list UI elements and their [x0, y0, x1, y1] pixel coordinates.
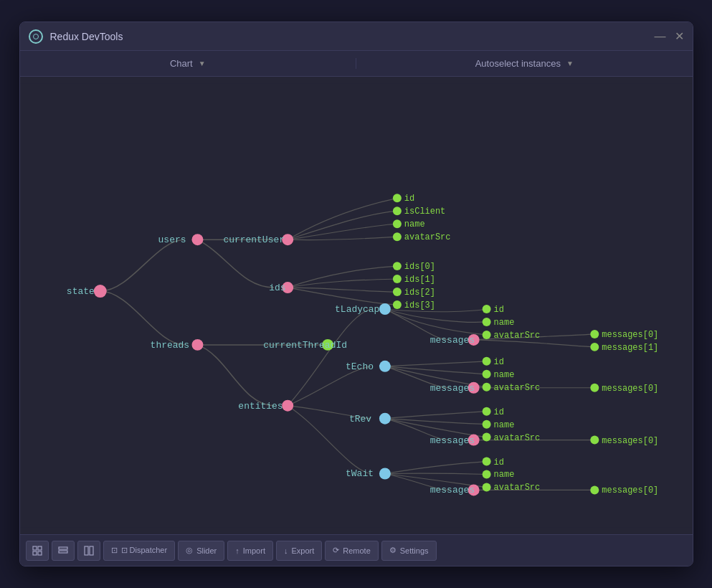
svg-rect-41: [33, 546, 37, 550]
leaf-msg-rev-0: [590, 436, 599, 445]
dispatcher-label: ⊡ Dispatcher: [121, 546, 168, 555]
leaf-msg-lady-0: [590, 330, 599, 338]
svg-text:entities: entities: [238, 401, 283, 412]
dispatcher-icon: ⊡: [111, 546, 118, 555]
view-button-2[interactable]: [52, 541, 75, 561]
dispatcher-button[interactable]: ⊡ ⊡ Dispatcher: [103, 541, 176, 561]
app-icon-inner: [33, 34, 39, 39]
window-controls: — ✕: [655, 29, 684, 43]
svg-text:currentThreadId: currentThreadId: [263, 340, 347, 351]
export-label: Export: [291, 546, 314, 555]
svg-text:ids[3]: ids[3]: [404, 300, 435, 310]
svg-text:tLadycap: tLadycap: [335, 304, 379, 315]
node-entities[interactable]: [282, 400, 293, 412]
slider-button[interactable]: ◎ Slider: [178, 541, 224, 561]
state-tree-svg: state users threads currentUser ids curr…: [20, 77, 693, 534]
svg-rect-43: [33, 551, 37, 555]
leaf-id-echo: [482, 357, 490, 366]
leaf-isClient: [392, 207, 401, 215]
leaf-avatar-wait: [482, 483, 490, 491]
autoselect-dropdown[interactable]: Autoselect instances ▼: [356, 58, 693, 69]
chart-dropdown[interactable]: Chart ▼: [20, 58, 356, 69]
leaf-avatar-echo: [482, 383, 490, 392]
chart-label: Chart: [170, 58, 193, 69]
svg-text:id: id: [493, 305, 503, 315]
leaf-name-echo: [482, 370, 490, 379]
svg-text:avatarSrc: avatarSrc: [493, 331, 540, 341]
svg-rect-47: [85, 546, 88, 555]
svg-text:avatarSrc: avatarSrc: [493, 383, 540, 393]
leaf-msg-echo-0: [590, 384, 599, 392]
svg-text:tEcho: tEcho: [346, 361, 374, 372]
redux-devtools-window: Redux DevTools — ✕ Chart ▼ Autoselect in…: [19, 22, 693, 566]
svg-text:avatarSrc: avatarSrc: [404, 232, 450, 242]
leaf-id-lady: [482, 305, 490, 313]
remote-label: Remote: [343, 546, 371, 555]
chart-dropdown-arrow: ▼: [199, 60, 206, 67]
view-button-1[interactable]: [26, 541, 49, 561]
import-icon: ↑: [235, 546, 239, 555]
chart-area: state users threads currentUser ids curr…: [20, 77, 693, 534]
svg-rect-46: [59, 551, 67, 553]
svg-text:messages[1]: messages[1]: [602, 343, 658, 353]
title-bar: Redux DevTools — ✕: [20, 22, 693, 51]
export-icon: ↓: [284, 546, 288, 555]
export-button[interactable]: ↓ Export: [276, 541, 322, 561]
leaf-id-rev: [482, 407, 490, 416]
svg-text:messages[0]: messages[0]: [602, 485, 658, 495]
svg-text:name: name: [493, 420, 514, 430]
app-icon: [29, 29, 43, 44]
node-tLadycap[interactable]: [379, 303, 390, 315]
node-tRev[interactable]: [379, 413, 390, 425]
leaf-name-lady: [482, 318, 490, 326]
svg-text:users: users: [158, 234, 186, 245]
leaf-id-wait: [482, 457, 490, 466]
leaf-msg-wait-0: [590, 485, 599, 494]
svg-text:messages[0]: messages[0]: [602, 436, 658, 446]
svg-text:messages: messages: [429, 435, 474, 446]
node-users[interactable]: [191, 234, 203, 245]
settings-button[interactable]: ⚙ Settings: [381, 541, 437, 561]
svg-text:ids[1]: ids[1]: [404, 275, 435, 285]
node-tWait[interactable]: [379, 468, 390, 480]
close-button[interactable]: ✕: [675, 29, 684, 43]
svg-text:id: id: [493, 407, 503, 417]
svg-rect-48: [90, 546, 93, 555]
import-button[interactable]: ↑ Import: [227, 541, 273, 561]
svg-text:messages[0]: messages[0]: [602, 384, 658, 394]
svg-text:ids[0]: ids[0]: [404, 262, 435, 272]
slider-icon: ◎: [186, 546, 193, 555]
leaf-name1: [392, 219, 401, 228]
svg-text:name: name: [493, 470, 514, 480]
svg-text:threads: threads: [150, 340, 189, 351]
svg-text:messages[0]: messages[0]: [602, 330, 658, 340]
svg-text:ids[2]: ids[2]: [404, 288, 435, 298]
node-state[interactable]: [93, 285, 106, 298]
autoselect-dropdown-arrow: ▼: [566, 60, 574, 67]
svg-text:state: state: [66, 286, 94, 297]
window-title: Redux DevTools: [50, 31, 655, 42]
autoselect-label: Autoselect instances: [475, 58, 561, 69]
svg-text:name: name: [493, 318, 514, 328]
svg-rect-42: [38, 546, 42, 550]
svg-rect-45: [59, 547, 67, 549]
node-tEcho[interactable]: [379, 361, 390, 372]
view-button-3[interactable]: [77, 541, 100, 561]
svg-text:name: name: [404, 219, 424, 229]
remote-button[interactable]: ⟳ Remote: [325, 541, 379, 561]
import-label: Import: [243, 546, 265, 555]
settings-label: Settings: [400, 546, 429, 555]
minimize-button[interactable]: —: [655, 29, 666, 43]
leaf-ids2: [392, 288, 401, 296]
leaf-avatar-lady: [482, 331, 490, 339]
svg-text:messages: messages: [429, 383, 474, 394]
toolbar: Chart ▼ Autoselect instances ▼: [20, 51, 693, 77]
leaf-ids3: [392, 300, 401, 309]
svg-text:ids: ids: [269, 283, 285, 293]
leaf-msg-lady-1: [590, 343, 599, 351]
node-threads[interactable]: [191, 339, 203, 351]
svg-text:messages: messages: [429, 335, 474, 346]
leaf-ids1: [392, 275, 401, 283]
leaf-avatar-rev: [482, 433, 490, 442]
svg-text:currentUser: currentUser: [223, 234, 285, 245]
